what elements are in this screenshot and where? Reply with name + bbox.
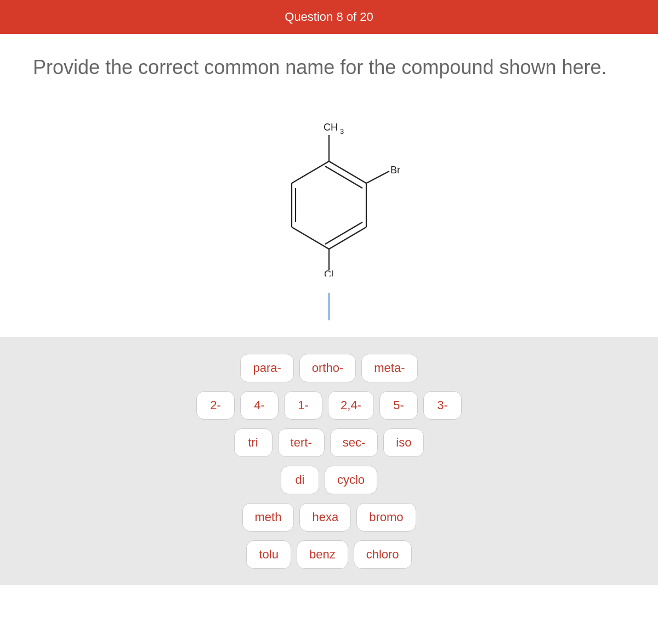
answer-input-area[interactable] xyxy=(0,282,658,337)
key-btn-chloro[interactable]: chloro xyxy=(354,540,412,569)
key-btn-4[interactable]: 4- xyxy=(240,391,279,420)
key-btn-tert[interactable]: tert- xyxy=(278,428,325,457)
key-btn-cyclo[interactable]: cyclo xyxy=(325,466,377,494)
key-btn-tolu[interactable]: tolu xyxy=(246,540,291,569)
keyboard-area: para-ortho-meta-2-4-1-2,4-5-3-tritert-se… xyxy=(0,337,658,585)
key-btn-meta[interactable]: meta- xyxy=(361,354,417,382)
question-header: Question 8 of 20 xyxy=(0,0,658,34)
key-btn-3[interactable]: 3- xyxy=(423,391,462,420)
svg-text:CH: CH xyxy=(324,122,338,133)
svg-line-3 xyxy=(292,227,329,249)
key-btn-meth[interactable]: meth xyxy=(242,503,294,532)
key-row-5: tolubenzchloro xyxy=(246,540,411,569)
chemical-structure: CH 3 Br Cl xyxy=(33,95,625,282)
key-btn-iso[interactable]: iso xyxy=(383,428,424,457)
key-row-2: tritert-sec-iso xyxy=(234,428,424,457)
key-btn-di[interactable]: di xyxy=(281,466,319,494)
svg-line-12 xyxy=(366,171,389,183)
question-title: Question 8 of 20 xyxy=(285,10,373,24)
key-row-3: dicyclo xyxy=(281,466,377,494)
key-btn-ortho[interactable]: ortho- xyxy=(299,354,356,382)
key-row-4: methhexabromo xyxy=(242,503,416,532)
svg-text:Cl: Cl xyxy=(324,269,333,276)
key-btn-benz[interactable]: benz xyxy=(297,540,348,569)
key-btn-1[interactable]: 1- xyxy=(284,391,322,420)
key-row-1: 2-4-1-2,4-5-3- xyxy=(196,391,462,420)
key-btn-bromo[interactable]: bromo xyxy=(356,503,416,532)
cursor xyxy=(328,293,330,320)
key-btn-para[interactable]: para- xyxy=(240,354,293,382)
key-btn-tri[interactable]: tri xyxy=(234,428,273,457)
svg-text:Br: Br xyxy=(390,165,400,176)
key-btn-5[interactable]: 5- xyxy=(379,391,418,420)
structure-svg: CH 3 Br Cl xyxy=(241,106,417,276)
key-btn-hexa[interactable]: hexa xyxy=(299,503,351,532)
key-btn-sec[interactable]: sec- xyxy=(330,428,378,457)
key-row-0: para-ortho-meta- xyxy=(240,354,417,382)
svg-text:3: 3 xyxy=(340,127,344,135)
question-text: Provide the correct common name for the … xyxy=(33,56,625,79)
key-btn-24[interactable]: 2,4- xyxy=(328,391,374,420)
svg-line-5 xyxy=(292,161,329,183)
key-btn-2[interactable]: 2- xyxy=(196,391,235,420)
